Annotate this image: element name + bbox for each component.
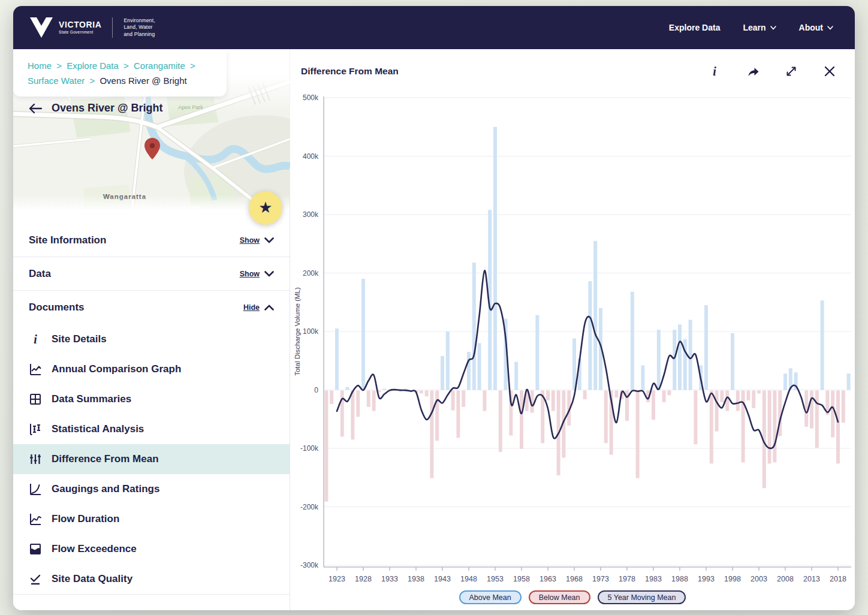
legend-pill-above-mean[interactable]: Above Mean (459, 590, 522, 604)
bar-2011[interactable] (799, 390, 803, 391)
bar-2003[interactable] (757, 391, 761, 394)
bar-1923[interactable] (335, 328, 339, 390)
bar-1925[interactable] (346, 387, 349, 390)
bar-2008[interactable] (783, 373, 787, 390)
bar-1930[interactable] (372, 391, 376, 411)
bar-1951[interactable] (483, 391, 486, 411)
bar-1953[interactable] (493, 127, 497, 390)
breadcrumb-link-explore-data[interactable]: Explore Data (67, 61, 119, 71)
bar-1987[interactable] (673, 330, 676, 390)
bar-1957[interactable] (514, 362, 518, 390)
bar-1988[interactable] (678, 324, 682, 390)
bar-1946[interactable] (456, 391, 460, 438)
bar-1971[interactable] (588, 281, 592, 390)
doc-item-site-data-quality[interactable]: Site Data Quality (13, 564, 290, 594)
bar-1929[interactable] (367, 391, 370, 407)
legend-pill-5-year-moving-mean[interactable]: 5 Year Moving Mean (598, 590, 686, 604)
nav-item-learn[interactable]: Learn (743, 23, 776, 32)
doc-item-gaugings-and-ratings[interactable]: Gaugings and Ratings (13, 474, 290, 504)
favourite-button[interactable]: ★ (249, 191, 282, 225)
bar-1922[interactable] (330, 391, 333, 404)
show-toggle[interactable]: Show (240, 270, 260, 278)
bar-1949[interactable] (472, 263, 476, 390)
doc-item-site-details[interactable]: iSite Details (13, 324, 290, 354)
breadcrumb-link-corangamite[interactable]: Corangamite (134, 61, 185, 71)
bar-1986[interactable] (667, 391, 671, 396)
bar-1954[interactable] (499, 391, 502, 452)
section-site-information[interactable]: Site Information Show (13, 224, 290, 257)
share-icon[interactable] (746, 64, 760, 79)
bar-1926[interactable] (351, 391, 354, 440)
bar-2013[interactable] (810, 391, 813, 429)
bar-1958[interactable] (520, 391, 523, 450)
bar-1945[interactable] (451, 391, 455, 411)
bar-1974[interactable] (604, 391, 608, 444)
bar-1991[interactable] (694, 391, 697, 445)
doc-item-annual-comparison-graph[interactable]: Annual Comparison Graph (13, 354, 290, 384)
bar-1970[interactable] (583, 391, 587, 400)
bar-2001[interactable] (746, 391, 750, 401)
bar-2015[interactable] (821, 300, 824, 390)
bar-1928[interactable] (361, 279, 365, 390)
doc-item-flow-duration[interactable]: Flow Duration (13, 504, 290, 534)
expand-icon[interactable] (784, 64, 798, 79)
victoria-logo[interactable]: VICTORIA State Government Environment, L… (29, 16, 155, 39)
bar-1979[interactable] (631, 292, 634, 390)
chevron-up-icon[interactable] (264, 305, 274, 310)
bar-2019[interactable] (842, 391, 845, 423)
bar-1940[interactable] (425, 391, 429, 397)
bar-1984[interactable] (657, 330, 661, 390)
bar-1939[interactable] (420, 391, 423, 394)
bar-1943[interactable] (441, 356, 444, 390)
bar-1932[interactable] (382, 389, 386, 390)
bar-1995[interactable] (715, 391, 719, 432)
bar-2002[interactable] (752, 391, 755, 408)
show-toggle[interactable]: Show (240, 236, 260, 245)
bar-1941[interactable] (430, 391, 433, 478)
difference-from-mean-chart[interactable]: 500k400k300k200k100k0-100k-200k-300k1923… (290, 49, 855, 589)
bar-2014[interactable] (815, 391, 819, 448)
breadcrumb-link-surface-water[interactable]: Surface Water (28, 76, 85, 86)
breadcrumb-link-home[interactable]: Home (28, 61, 52, 71)
chevron-down-icon[interactable] (264, 237, 274, 243)
bar-1942[interactable] (435, 391, 439, 441)
bar-1950[interactable] (478, 343, 481, 390)
bar-2020[interactable] (847, 373, 851, 390)
legend-pill-below-mean[interactable]: Below Mean (529, 590, 590, 604)
bar-2018[interactable] (836, 391, 840, 464)
bar-2005[interactable] (768, 391, 771, 464)
bar-1927[interactable] (356, 391, 360, 417)
doc-item-data-summaries[interactable]: Data Summaries (13, 384, 290, 414)
section-data[interactable]: Data Show (13, 257, 290, 291)
bar-1996[interactable] (720, 391, 724, 403)
bar-1983[interactable] (652, 391, 655, 420)
doc-item-flow-exceedence[interactable]: Flow Exceedence (13, 534, 290, 564)
bar-1998[interactable] (731, 333, 734, 390)
doc-item-difference-from-mean[interactable]: Difference From Mean (13, 444, 290, 474)
bar-1947[interactable] (462, 391, 465, 407)
bar-1980[interactable] (636, 391, 640, 478)
section-documents[interactable]: Documents Hide (13, 291, 290, 324)
bar-1994[interactable] (710, 391, 713, 464)
bar-1948[interactable] (467, 352, 471, 390)
bar-1993[interactable] (704, 305, 708, 390)
doc-item-statistical-analysis[interactable]: Statistical Analysis (13, 414, 290, 444)
bar-1924[interactable] (340, 391, 344, 437)
back-arrow-icon[interactable] (29, 103, 42, 114)
chevron-down-icon[interactable] (264, 271, 274, 277)
bar-1921[interactable] (324, 391, 328, 502)
nav-item-about[interactable]: About (799, 23, 833, 32)
bar-1972[interactable] (593, 241, 597, 390)
nav-item-explore-data[interactable]: Explore Data (669, 23, 721, 32)
bar-1999[interactable] (736, 391, 740, 411)
hide-toggle[interactable]: Hide (243, 303, 260, 312)
bar-1981[interactable] (641, 366, 644, 390)
close-icon[interactable] (822, 64, 837, 79)
bar-1944[interactable] (446, 331, 450, 390)
bar-1961[interactable] (535, 315, 539, 390)
bar-2006[interactable] (773, 391, 776, 463)
bar-1964[interactable] (551, 391, 555, 411)
bar-1985[interactable] (662, 391, 666, 403)
bar-2017[interactable] (831, 391, 834, 438)
bar-1990[interactable] (689, 320, 692, 390)
